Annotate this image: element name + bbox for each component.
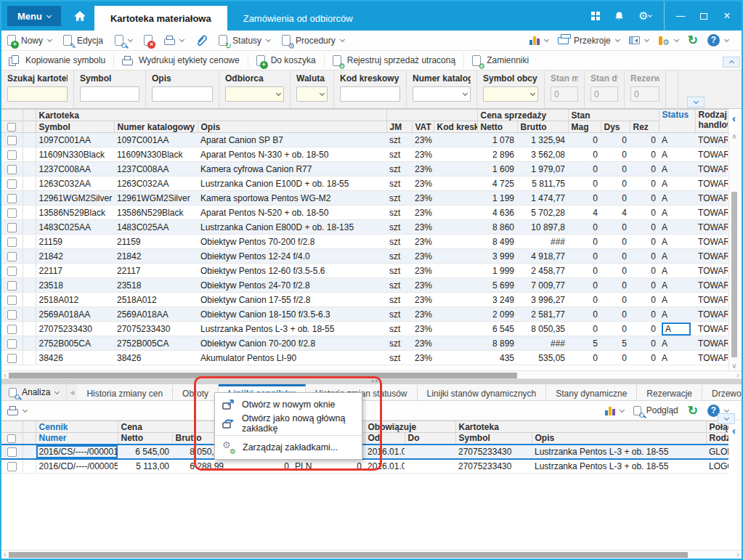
cell-kod-kreskowy[interactable] <box>434 220 477 235</box>
filter-select[interactable] <box>225 86 284 102</box>
row-checkbox[interactable] <box>7 136 17 145</box>
cell-brutto[interactable]: 4 918,77 <box>517 249 568 264</box>
menu-item-manage-tabs[interactable]: ⚙⚙Zarządzaj zakładkami... <box>215 438 362 457</box>
cell-netto[interactable]: 3 249 <box>477 293 517 307</box>
cell-jm[interactable]: szt <box>386 162 412 176</box>
group-kartoteka[interactable]: Kartoteka <box>455 421 706 433</box>
cell-kod-kreskowy[interactable] <box>434 278 477 293</box>
procedures-button[interactable]: ⚙ Procedury <box>282 35 344 46</box>
cell-numer-katalogowy[interactable]: 1483C025AA <box>114 220 198 235</box>
cell-netto[interactable]: 2 099 <box>477 307 517 322</box>
bottom-tab-obroty[interactable]: Obroty <box>173 384 219 400</box>
apps-grid-button[interactable] <box>585 1 606 31</box>
cell-kod-kreskowy[interactable] <box>434 162 477 176</box>
maximize-button[interactable] <box>694 1 714 31</box>
menu-button[interactable]: Menu <box>7 6 61 26</box>
table-row[interactable]: 2016/CD/----/0000055 113,006 288,990PLN0… <box>1 459 728 474</box>
action-print-labels[interactable]: Wydrukuj etykiety cenowe <box>113 53 248 68</box>
scroll-up-arrow[interactable]: ∧ <box>731 132 738 141</box>
collapse-columns-left-icon[interactable]: ‹ <box>732 425 736 436</box>
cell-numer-katalogowy[interactable]: 1263C032AA <box>114 176 198 191</box>
cell-brutto[interactable]: 7 009,77 <box>517 278 568 293</box>
cell-dys[interactable]: 5 <box>601 336 630 351</box>
cell-brutto[interactable]: 2 581,77 <box>517 307 568 322</box>
bottom-tab-drzewo-technologii[interactable]: Drzewo technologii <box>702 384 743 400</box>
cell-netto[interactable]: 6 545,00 <box>118 445 172 459</box>
cell-symbol[interactable]: 38426 <box>36 351 114 365</box>
header-do[interactable]: Do <box>405 433 455 445</box>
cell-symbol[interactable]: 12961WGM2Silver <box>36 191 114 206</box>
cell-numer[interactable]: 2016/CS/----/000001 <box>36 445 118 459</box>
cell-vat[interactable]: 23% <box>412 336 434 351</box>
cell-vat[interactable]: 23% <box>412 264 434 278</box>
cell-numer-katalogowy[interactable]: 13586N529Black <box>114 206 198 220</box>
horizontal-scroll-thumb[interactable] <box>9 373 517 378</box>
cell-status[interactable]: A <box>659 264 695 278</box>
cell-symbol[interactable]: 27075233430 <box>36 322 114 336</box>
cell-waluta[interactable]: PLN <box>292 459 332 474</box>
cell-status[interactable]: A <box>659 351 695 365</box>
table-row[interactable]: 12961WGM2Silver12961WGM2SilverKamera spo… <box>1 191 728 206</box>
delete-button[interactable]: × <box>144 35 153 46</box>
cell-brutto[interactable]: 535,05 <box>517 351 568 365</box>
cell-mag[interactable]: 0 <box>568 249 601 264</box>
table-row[interactable]: 2707523343027075233430Lustrzanka Pentos … <box>1 322 728 336</box>
row-checkbox[interactable] <box>7 310 17 320</box>
cell-numer-katalogowy[interactable]: 22117 <box>114 264 198 278</box>
header-numer-katalogowy[interactable]: Numer katalogowy <box>114 121 198 133</box>
cell-rodzaj-handlowy[interactable]: TOWAR <box>695 162 728 176</box>
cell-jm[interactable]: szt <box>386 176 412 191</box>
cell-status[interactable]: A <box>659 206 695 220</box>
tab-zamowienia-od-odbiorcow[interactable]: Zamówienia od odbiorców <box>227 6 369 31</box>
cell-brutto[interactable]: 5 702,28 <box>517 206 568 220</box>
cell-mag[interactable]: 0 <box>568 133 601 147</box>
new-button[interactable]: + Nowy <box>7 35 52 46</box>
bottom-tab-historia-zmiany-cen[interactable]: Historia zmiany cen <box>77 384 173 400</box>
cell-numer-katalogowy[interactable]: 38426 <box>114 351 198 365</box>
cell-opis[interactable]: Obiektyw Canion 18-150 f/3.5-6.3 <box>198 307 386 322</box>
cell-rodzaj-handlowy[interactable]: TOWAR <box>695 220 728 235</box>
cell-opis[interactable]: Kamera sportowa Pentos WG-M2 <box>198 191 386 206</box>
cell-symbol[interactable]: 2569A018AA <box>36 307 114 322</box>
cell-rodzaj-handlowy[interactable]: TOWAR <box>695 176 728 191</box>
cell-do[interactable] <box>405 459 455 474</box>
table-row[interactable]: 3842638426Akumulator Pentos LI-90szt23%4… <box>1 351 728 365</box>
cell-mag[interactable]: 0 <box>568 162 601 176</box>
cell-netto[interactable]: 6 545 <box>477 322 517 336</box>
group-cennik[interactable]: Cennik <box>36 421 118 433</box>
cell-mag[interactable]: 0 <box>568 176 601 191</box>
cell-jm[interactable]: szt <box>386 249 412 264</box>
expand-filter-down-button[interactable] <box>687 97 705 107</box>
tab-scroll-left-button[interactable]: ◂ <box>67 384 77 400</box>
table-row[interactable]: 1263C032AA1263C032AALustrzanka Canion E1… <box>1 176 728 191</box>
cell-status[interactable]: A <box>659 278 695 293</box>
cell-brutto[interactable]: 1 325,94 <box>517 133 568 147</box>
row-checkbox[interactable] <box>7 223 17 232</box>
header-rez[interactable]: Rez <box>630 121 659 133</box>
group-kartoteka[interactable]: Kartoteka <box>36 110 386 121</box>
table-row[interactable]: 11609N330Black11609N330BlackAparat Pento… <box>1 147 728 162</box>
cell-rez[interactable]: 0 <box>630 278 659 293</box>
cell-status[interactable]: A <box>659 162 695 176</box>
cell-jm[interactable]: szt <box>386 264 412 278</box>
cell-rez[interactable]: 0 <box>630 351 659 365</box>
panel-splitter[interactable]: ••• <box>1 379 742 384</box>
row-checkbox[interactable] <box>7 165 17 174</box>
header-mag[interactable]: Mag <box>568 121 601 133</box>
cell-symbol[interactable]: 23518 <box>36 278 114 293</box>
cell-opis[interactable]: Lustrzanka Canion E100D + ob. 18-55 <box>198 176 386 191</box>
cell-brutto[interactable]: 3 562,08 <box>517 147 568 162</box>
cell-dys[interactable]: 0 <box>601 307 630 322</box>
cell-jm[interactable]: szt <box>386 191 412 206</box>
cell-rodzaj-handlowy[interactable]: TOWAR <box>695 322 728 336</box>
cell-kod-kreskowy[interactable] <box>434 176 477 191</box>
cell-numer-katalogowy[interactable]: 27075233430 <box>114 322 198 336</box>
cell-hidden-1[interactable]: 0 <box>227 459 292 474</box>
header-vat[interactable]: VAT <box>412 121 434 133</box>
cell-rodzaj-handlowy[interactable]: TOWAR <box>695 264 728 278</box>
header-netto[interactable]: Netto <box>477 121 517 133</box>
cell-rodzaj-handlowy[interactable]: TOWAR <box>695 147 728 162</box>
cell-netto[interactable]: 5 699 <box>477 278 517 293</box>
filter-input[interactable] <box>7 86 68 102</box>
cell-dys[interactable]: 0 <box>601 264 630 278</box>
